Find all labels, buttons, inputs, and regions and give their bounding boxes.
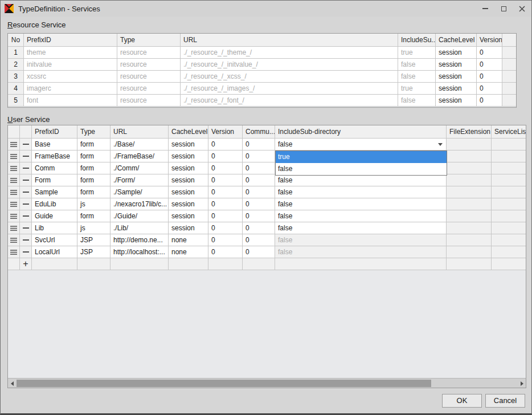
cell-prefixid[interactable]: Lib: [32, 222, 77, 234]
cell-prefixid[interactable]: Base: [32, 139, 77, 150]
cell-cachelevel[interactable]: session: [169, 162, 208, 174]
remove-row-button[interactable]: [20, 198, 32, 210]
remove-row-button[interactable]: [20, 210, 32, 222]
add-row-button[interactable]: +: [20, 258, 32, 270]
title-bar[interactable]: TypeDefinition - Services: [1, 1, 531, 17]
remove-row-button[interactable]: [20, 246, 32, 258]
cell-version[interactable]: 0: [208, 162, 243, 174]
cell-communication[interactable]: 0: [243, 222, 275, 234]
drag-handle[interactable]: [8, 210, 20, 222]
cell-cachelevel[interactable]: session: [169, 139, 208, 150]
cell-url[interactable]: ./Lib/: [111, 222, 169, 234]
cell-includesub[interactable]: false: [275, 222, 447, 234]
cell-cachelevel[interactable]: session: [436, 71, 477, 83]
cell-type[interactable]: form: [77, 186, 111, 198]
drag-handle[interactable]: [8, 222, 20, 234]
remove-row-button[interactable]: [20, 222, 32, 234]
minimize-button[interactable]: [479, 3, 492, 14]
remove-row-button[interactable]: [20, 234, 32, 246]
cell-type[interactable]: js: [77, 198, 111, 210]
cell-url[interactable]: ./Sample/: [111, 186, 169, 198]
cell-communication[interactable]: 0: [243, 246, 275, 258]
remove-row-button[interactable]: [20, 174, 32, 186]
cell-url[interactable]: ./Guide/: [111, 210, 169, 222]
cell-prefixid[interactable]: LocalUrl: [32, 246, 77, 258]
remove-row-button[interactable]: [20, 186, 32, 198]
cell-cachelevel[interactable]: session: [169, 198, 208, 210]
cell-type[interactable]: form: [77, 150, 111, 162]
cell-communication[interactable]: 0: [243, 150, 275, 162]
cell-type[interactable]: js: [77, 222, 111, 234]
cell-url[interactable]: ./Comm/: [111, 162, 169, 174]
cell-url[interactable]: ./Base/: [111, 139, 169, 150]
cell-version[interactable]: 0: [208, 210, 243, 222]
cell-version[interactable]: 0: [208, 150, 243, 162]
cell-cachelevel[interactable]: session: [169, 222, 208, 234]
cell-version[interactable]: 0: [477, 71, 502, 83]
cell-prefixid[interactable]: SvcUrl: [32, 234, 77, 246]
drag-handle[interactable]: [8, 162, 20, 174]
cell-url[interactable]: http://demo.ne...: [111, 234, 169, 246]
cell-cachelevel[interactable]: session: [436, 83, 477, 95]
ok-button[interactable]: OK: [442, 394, 482, 408]
cell-url[interactable]: http://localhost:...: [111, 246, 169, 258]
cell-type[interactable]: form: [77, 139, 111, 150]
cell-url[interactable]: ./nexacro17lib/c...: [111, 198, 169, 210]
cell-version[interactable]: 0: [208, 222, 243, 234]
close-button[interactable]: [515, 3, 528, 14]
cell-communication[interactable]: 0: [243, 210, 275, 222]
dropdown-option-false[interactable]: false: [276, 163, 447, 175]
cell-cachelevel[interactable]: session: [169, 186, 208, 198]
cell-cachelevel[interactable]: session: [169, 210, 208, 222]
cell-communication[interactable]: 0: [243, 174, 275, 186]
cell-type[interactable]: JSP: [77, 234, 111, 246]
remove-row-button[interactable]: [20, 150, 32, 162]
drag-handle[interactable]: [8, 139, 20, 150]
drag-handle[interactable]: [8, 150, 20, 162]
horizontal-scrollbar[interactable]: [8, 378, 526, 388]
cell-version[interactable]: 0: [477, 95, 502, 107]
cell-version[interactable]: 0: [477, 83, 502, 95]
drag-handle[interactable]: [8, 198, 20, 210]
cell-type[interactable]: form: [77, 210, 111, 222]
maximize-button[interactable]: [497, 3, 510, 14]
scrollbar-thumb[interactable]: [17, 380, 431, 387]
cell-cachelevel[interactable]: session: [169, 174, 208, 186]
cell-version[interactable]: 0: [477, 59, 502, 71]
cell-url[interactable]: ./FrameBase/: [111, 150, 169, 162]
cell-communication[interactable]: 0: [243, 234, 275, 246]
cell-cachelevel[interactable]: session: [169, 150, 208, 162]
cell-cachelevel[interactable]: none: [169, 234, 208, 246]
cell-cachelevel[interactable]: none: [169, 246, 208, 258]
remove-row-button[interactable]: [20, 162, 32, 174]
cell-version[interactable]: 0: [208, 246, 243, 258]
cell-type[interactable]: form: [77, 162, 111, 174]
cell-version[interactable]: 0: [208, 198, 243, 210]
cell-communication[interactable]: 0: [243, 186, 275, 198]
cell-prefixid[interactable]: Form: [32, 174, 77, 186]
cell-prefixid[interactable]: Guide: [32, 210, 77, 222]
cell-version[interactable]: 0: [208, 174, 243, 186]
remove-row-button[interactable]: [20, 139, 32, 150]
cell-version[interactable]: 0: [208, 234, 243, 246]
drag-handle[interactable]: [8, 186, 20, 198]
dropdown-option-true[interactable]: true: [276, 151, 447, 163]
cell-prefixid[interactable]: Sample: [32, 186, 77, 198]
cell-communication[interactable]: 0: [243, 162, 275, 174]
cell-communication[interactable]: 0: [243, 139, 275, 150]
cell-includesub[interactable]: false: [275, 174, 447, 186]
cell-prefixid[interactable]: FrameBase: [32, 150, 77, 162]
cell-cachelevel[interactable]: session: [436, 95, 477, 107]
cell-type[interactable]: JSP: [77, 246, 111, 258]
cancel-button[interactable]: Cancel: [485, 394, 525, 408]
cell-url[interactable]: ./Form/: [111, 174, 169, 186]
cell-includesub[interactable]: false: [275, 186, 447, 198]
cell-cachelevel[interactable]: session: [436, 59, 477, 71]
cell-version[interactable]: 0: [477, 47, 502, 59]
drag-handle[interactable]: [8, 246, 20, 258]
includesub-combobox[interactable]: false: [275, 139, 447, 150]
cell-cachelevel[interactable]: session: [436, 47, 477, 59]
scroll-left-button[interactable]: [8, 379, 16, 388]
cell-includesub[interactable]: false: [275, 198, 447, 210]
cell-includesub[interactable]: false: [275, 210, 447, 222]
